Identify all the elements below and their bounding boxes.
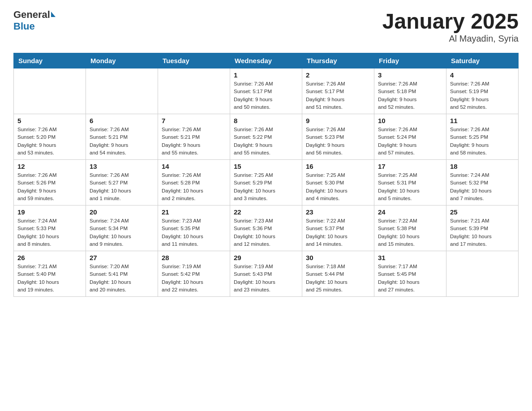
calendar-cell: 14Sunrise: 7:26 AM Sunset: 5:28 PM Dayli… xyxy=(158,160,230,206)
day-number: 10 xyxy=(378,117,442,124)
day-info: Sunrise: 7:24 AM Sunset: 5:32 PM Dayligh… xyxy=(450,171,515,202)
logo-blue-text: Blue xyxy=(13,21,56,32)
calendar-cell: 19Sunrise: 7:24 AM Sunset: 5:33 PM Dayli… xyxy=(14,206,86,251)
calendar-cell: 5Sunrise: 7:26 AM Sunset: 5:20 PM Daylig… xyxy=(14,114,86,160)
day-info: Sunrise: 7:19 AM Sunset: 5:43 PM Dayligh… xyxy=(234,263,298,294)
day-info: Sunrise: 7:26 AM Sunset: 5:18 PM Dayligh… xyxy=(378,80,442,111)
day-number: 16 xyxy=(306,163,370,170)
calendar-cell: 21Sunrise: 7:23 AM Sunset: 5:35 PM Dayli… xyxy=(158,206,230,251)
day-number: 30 xyxy=(306,254,370,261)
day-info: Sunrise: 7:26 AM Sunset: 5:24 PM Dayligh… xyxy=(378,126,442,157)
day-number: 4 xyxy=(450,71,515,79)
day-number: 2 xyxy=(306,71,370,79)
day-info: Sunrise: 7:26 AM Sunset: 5:22 PM Dayligh… xyxy=(234,126,298,157)
day-info: Sunrise: 7:25 AM Sunset: 5:31 PM Dayligh… xyxy=(378,171,442,202)
calendar-cell: 27Sunrise: 7:20 AM Sunset: 5:41 PM Dayli… xyxy=(86,251,158,297)
day-info: Sunrise: 7:21 AM Sunset: 5:40 PM Dayligh… xyxy=(17,263,82,294)
day-info: Sunrise: 7:26 AM Sunset: 5:25 PM Dayligh… xyxy=(450,126,515,157)
day-number: 8 xyxy=(234,117,298,124)
day-number: 11 xyxy=(450,117,515,124)
day-number: 22 xyxy=(234,208,298,216)
weekday-header-thursday: Thursday xyxy=(302,53,374,68)
logo-triangle-icon xyxy=(51,12,56,17)
calendar-week-row-1: 1Sunrise: 7:26 AM Sunset: 5:17 PM Daylig… xyxy=(14,68,519,114)
day-info: Sunrise: 7:23 AM Sunset: 5:35 PM Dayligh… xyxy=(162,217,226,248)
day-info: Sunrise: 7:22 AM Sunset: 5:38 PM Dayligh… xyxy=(378,217,442,248)
day-info: Sunrise: 7:26 AM Sunset: 5:21 PM Dayligh… xyxy=(162,126,226,157)
day-info: Sunrise: 7:17 AM Sunset: 5:45 PM Dayligh… xyxy=(378,263,442,294)
weekday-header-wednesday: Wednesday xyxy=(230,53,302,68)
location-subtitle: Al Mayadin, Syria xyxy=(382,34,519,44)
calendar-cell: 1Sunrise: 7:26 AM Sunset: 5:17 PM Daylig… xyxy=(230,68,302,114)
calendar-cell: 20Sunrise: 7:24 AM Sunset: 5:34 PM Dayli… xyxy=(86,206,158,251)
weekday-header-friday: Friday xyxy=(374,53,446,68)
day-number: 3 xyxy=(378,71,442,79)
calendar-cell: 16Sunrise: 7:25 AM Sunset: 5:30 PM Dayli… xyxy=(302,160,374,206)
day-info: Sunrise: 7:26 AM Sunset: 5:23 PM Dayligh… xyxy=(306,126,370,157)
calendar-table: SundayMondayTuesdayWednesdayThursdayFrid… xyxy=(13,53,519,297)
day-number: 24 xyxy=(378,208,442,216)
day-info: Sunrise: 7:23 AM Sunset: 5:36 PM Dayligh… xyxy=(234,217,298,248)
day-info: Sunrise: 7:22 AM Sunset: 5:37 PM Dayligh… xyxy=(306,217,370,248)
calendar-week-row-4: 19Sunrise: 7:24 AM Sunset: 5:33 PM Dayli… xyxy=(14,206,519,251)
calendar-cell: 12Sunrise: 7:26 AM Sunset: 5:26 PM Dayli… xyxy=(14,160,86,206)
weekday-header-saturday: Saturday xyxy=(446,53,519,68)
month-year-title: January 2025 xyxy=(382,9,519,34)
day-number: 1 xyxy=(234,71,298,79)
day-number: 15 xyxy=(234,163,298,170)
calendar-cell: 26Sunrise: 7:21 AM Sunset: 5:40 PM Dayli… xyxy=(14,251,86,297)
calendar-cell: 25Sunrise: 7:21 AM Sunset: 5:39 PM Dayli… xyxy=(446,206,519,251)
calendar-cell: 13Sunrise: 7:26 AM Sunset: 5:27 PM Dayli… xyxy=(86,160,158,206)
day-info: Sunrise: 7:26 AM Sunset: 5:20 PM Dayligh… xyxy=(17,126,82,157)
calendar-cell: 23Sunrise: 7:22 AM Sunset: 5:37 PM Dayli… xyxy=(302,206,374,251)
calendar-cell xyxy=(158,68,230,114)
calendar-cell xyxy=(86,68,158,114)
day-info: Sunrise: 7:24 AM Sunset: 5:33 PM Dayligh… xyxy=(17,217,82,248)
day-info: Sunrise: 7:26 AM Sunset: 5:19 PM Dayligh… xyxy=(450,80,515,111)
title-area: January 2025 Al Mayadin, Syria xyxy=(382,9,519,44)
calendar-cell: 3Sunrise: 7:26 AM Sunset: 5:18 PM Daylig… xyxy=(374,68,446,114)
page-header: General Blue January 2025 Al Mayadin, Sy… xyxy=(13,9,519,44)
day-number: 12 xyxy=(17,163,82,170)
weekday-header-sunday: Sunday xyxy=(14,53,86,68)
calendar-cell: 11Sunrise: 7:26 AM Sunset: 5:25 PM Dayli… xyxy=(446,114,519,160)
day-number: 17 xyxy=(378,163,442,170)
day-number: 7 xyxy=(162,117,226,124)
day-info: Sunrise: 7:26 AM Sunset: 5:21 PM Dayligh… xyxy=(90,126,154,157)
calendar-cell: 28Sunrise: 7:19 AM Sunset: 5:42 PM Dayli… xyxy=(158,251,230,297)
day-info: Sunrise: 7:26 AM Sunset: 5:28 PM Dayligh… xyxy=(162,171,226,202)
calendar-cell xyxy=(14,68,86,114)
day-info: Sunrise: 7:18 AM Sunset: 5:44 PM Dayligh… xyxy=(306,263,370,294)
day-number: 31 xyxy=(378,254,442,261)
calendar-cell: 17Sunrise: 7:25 AM Sunset: 5:31 PM Dayli… xyxy=(374,160,446,206)
calendar-cell: 10Sunrise: 7:26 AM Sunset: 5:24 PM Dayli… xyxy=(374,114,446,160)
calendar-cell: 18Sunrise: 7:24 AM Sunset: 5:32 PM Dayli… xyxy=(446,160,519,206)
day-number: 9 xyxy=(306,117,370,124)
day-info: Sunrise: 7:24 AM Sunset: 5:34 PM Dayligh… xyxy=(90,217,154,248)
calendar-week-row-2: 5Sunrise: 7:26 AM Sunset: 5:20 PM Daylig… xyxy=(14,114,519,160)
logo: General Blue xyxy=(13,9,56,32)
calendar-cell: 8Sunrise: 7:26 AM Sunset: 5:22 PM Daylig… xyxy=(230,114,302,160)
weekday-header-monday: Monday xyxy=(86,53,158,68)
calendar-cell: 7Sunrise: 7:26 AM Sunset: 5:21 PM Daylig… xyxy=(158,114,230,160)
day-info: Sunrise: 7:21 AM Sunset: 5:39 PM Dayligh… xyxy=(450,217,515,248)
calendar-cell: 24Sunrise: 7:22 AM Sunset: 5:38 PM Dayli… xyxy=(374,206,446,251)
day-info: Sunrise: 7:26 AM Sunset: 5:27 PM Dayligh… xyxy=(90,171,154,202)
calendar-week-row-5: 26Sunrise: 7:21 AM Sunset: 5:40 PM Dayli… xyxy=(14,251,519,297)
calendar-cell: 22Sunrise: 7:23 AM Sunset: 5:36 PM Dayli… xyxy=(230,206,302,251)
day-number: 27 xyxy=(90,254,154,261)
calendar-cell: 31Sunrise: 7:17 AM Sunset: 5:45 PM Dayli… xyxy=(374,251,446,297)
calendar-cell: 29Sunrise: 7:19 AM Sunset: 5:43 PM Dayli… xyxy=(230,251,302,297)
calendar-cell: 30Sunrise: 7:18 AM Sunset: 5:44 PM Dayli… xyxy=(302,251,374,297)
day-number: 21 xyxy=(162,208,226,216)
day-number: 29 xyxy=(234,254,298,261)
calendar-cell: 9Sunrise: 7:26 AM Sunset: 5:23 PM Daylig… xyxy=(302,114,374,160)
day-number: 26 xyxy=(17,254,82,261)
day-number: 14 xyxy=(162,163,226,170)
day-number: 18 xyxy=(450,163,515,170)
day-info: Sunrise: 7:25 AM Sunset: 5:29 PM Dayligh… xyxy=(234,171,298,202)
calendar-cell: 2Sunrise: 7:26 AM Sunset: 5:17 PM Daylig… xyxy=(302,68,374,114)
day-info: Sunrise: 7:26 AM Sunset: 5:17 PM Dayligh… xyxy=(306,80,370,111)
day-number: 25 xyxy=(450,208,515,216)
calendar-cell: 15Sunrise: 7:25 AM Sunset: 5:29 PM Dayli… xyxy=(230,160,302,206)
